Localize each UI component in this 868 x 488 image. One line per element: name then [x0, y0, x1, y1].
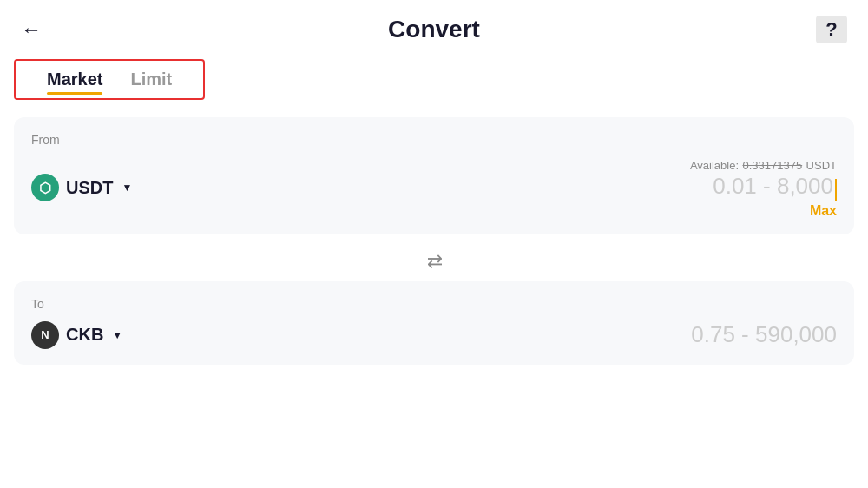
- max-label[interactable]: Max: [690, 203, 837, 219]
- available-label: Available: 0.33171375 USDT: [690, 157, 837, 173]
- tabs-container: Market Limit: [14, 59, 205, 100]
- usdt-icon: ⬡: [31, 174, 59, 201]
- ckb-icon: N: [31, 321, 59, 349]
- from-currency-selector[interactable]: ⬡ USDT ▼: [31, 174, 132, 201]
- tab-market-label: Market: [47, 69, 102, 89]
- tab-limit[interactable]: Limit: [116, 61, 186, 98]
- from-currency-row: ⬡ USDT ▼ Available: 0.33171375 USDT 0.01…: [31, 157, 837, 219]
- to-section: To N CKB ▼ 0.75 - 590,000: [14, 281, 854, 365]
- from-amount-range: 0.01 - 8,000: [713, 173, 833, 199]
- to-currency-row: N CKB ▼ 0.75 - 590,000: [31, 321, 837, 349]
- swap-button-container: ⇅: [0, 241, 868, 281]
- amount-range-row: 0.01 - 8,000: [690, 173, 837, 201]
- help-icon: ?: [825, 18, 837, 41]
- tab-market[interactable]: Market: [33, 61, 116, 98]
- to-amount-info: 0.75 - 590,000: [691, 321, 837, 348]
- help-button[interactable]: ?: [816, 16, 847, 43]
- page-title: Convert: [388, 16, 480, 43]
- from-section: From ⬡ USDT ▼ Available: 0.33171375 USDT…: [14, 117, 854, 234]
- to-dropdown-arrow: ▼: [112, 329, 122, 341]
- from-label: From: [31, 133, 837, 147]
- cursor-bar: [835, 179, 837, 201]
- back-button[interactable]: ←: [21, 19, 42, 40]
- tab-limit-label: Limit: [130, 69, 172, 89]
- to-currency-name: CKB: [66, 325, 103, 345]
- from-dropdown-arrow: ▼: [122, 181, 132, 194]
- to-amount-range: 0.75 - 590,000: [691, 321, 837, 347]
- to-label: To: [31, 297, 837, 311]
- swap-button[interactable]: ⇅: [423, 254, 445, 269]
- available-prefix: Available:: [690, 159, 739, 172]
- from-currency-name: USDT: [66, 178, 113, 198]
- to-currency-selector[interactable]: N CKB ▼: [31, 321, 122, 349]
- from-amount-info: Available: 0.33171375 USDT 0.01 - 8,000 …: [690, 157, 837, 219]
- header: ← Convert ?: [0, 0, 868, 56]
- available-amount: 0.33171375: [742, 159, 802, 172]
- available-unit: USDT: [806, 159, 837, 172]
